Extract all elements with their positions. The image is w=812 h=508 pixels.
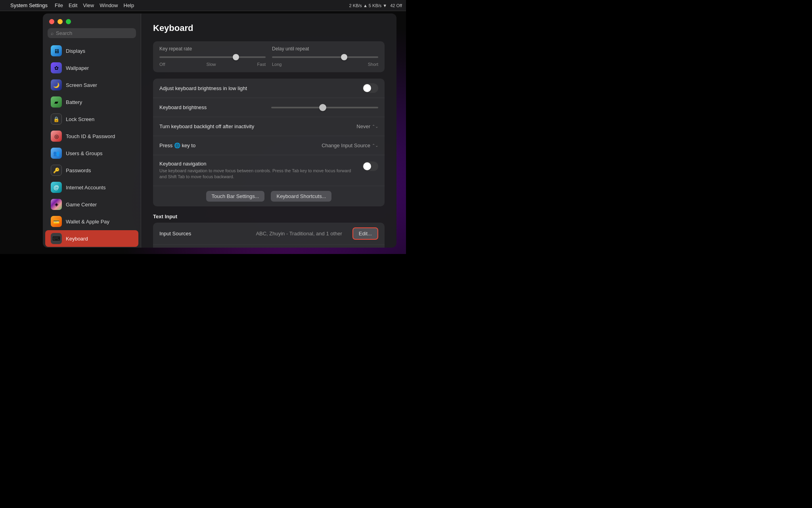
titlebar: System Settings File Edit View Window He… bbox=[0, 0, 406, 11]
key-repeat-slider-wrapper[interactable] bbox=[159, 53, 266, 61]
sidebar-item-touchid[interactable]: ◎ Touch ID & Password bbox=[45, 128, 138, 144]
input-sources-row: Input Sources ABC, Zhuyin - Traditional,… bbox=[153, 223, 385, 245]
touch-bar-settings-button[interactable]: Touch Bar Settings... bbox=[206, 191, 265, 202]
minimize-button[interactable] bbox=[57, 19, 63, 24]
keyboard-nav-description: Use keyboard navigation to move focus be… bbox=[159, 168, 356, 180]
sidebar-item-wallet[interactable]: 💳 Wallet & Apple Pay bbox=[45, 213, 138, 230]
delay-repeat-group: Delay until repeat Long Short bbox=[272, 46, 378, 67]
menu-window[interactable]: Window bbox=[100, 2, 118, 8]
sidebar-item-gamecenter[interactable]: ◈ Game Center bbox=[45, 196, 138, 213]
delay-thumb[interactable] bbox=[341, 54, 347, 60]
press-key-dropdown[interactable]: Change Input Source ⌃⌄ bbox=[322, 142, 378, 148]
sidebar-item-label: Wallpaper bbox=[66, 65, 89, 71]
delay-repeat-label: Delay until repeat bbox=[272, 46, 378, 52]
input-sources-value: ABC, Zhuyin - Traditional, and 1 other bbox=[256, 231, 352, 237]
users-icon: 👥 bbox=[51, 148, 62, 159]
wallpaper-icon: ✿ bbox=[51, 62, 62, 73]
menu-file[interactable]: File bbox=[55, 2, 63, 8]
displays-icon: 🖥 bbox=[51, 45, 62, 56]
sidebar-item-trackpad[interactable]: ▭ Trackpad bbox=[45, 247, 138, 248]
menu-bar: File Edit View Window Help bbox=[55, 2, 134, 8]
gamecenter-icon: ◈ bbox=[51, 199, 62, 210]
sidebar-item-users[interactable]: 👥 Users & Groups bbox=[45, 145, 138, 162]
key-repeat-thumb[interactable] bbox=[233, 54, 239, 60]
sidebar-item-internet[interactable]: @ Internet Accounts bbox=[45, 179, 138, 196]
app-title: System Settings bbox=[10, 2, 48, 8]
search-input[interactable] bbox=[56, 30, 133, 36]
delay-slider-wrapper[interactable] bbox=[272, 53, 378, 61]
delay-right-label: Short bbox=[368, 62, 378, 67]
sidebar-item-label: Wallet & Apple Pay bbox=[66, 219, 109, 225]
keyboard-brightness-label: Keyboard brightness bbox=[159, 104, 266, 110]
adj-brightness-row: Adjust keyboard brightness in low light bbox=[153, 79, 385, 98]
keyboard-shortcuts-button[interactable]: Keyboard Shortcuts... bbox=[271, 191, 331, 202]
keyboard-icon: ⌨ bbox=[51, 233, 62, 244]
menu-help[interactable]: Help bbox=[124, 2, 134, 8]
sidebar-item-label: Screen Saver bbox=[66, 82, 97, 88]
press-key-label: Press 🌐 key to bbox=[159, 142, 322, 148]
passwords-icon: 🔑 bbox=[51, 165, 62, 176]
menu-view[interactable]: View bbox=[83, 2, 94, 8]
keyboard-nav-label: Keyboard navigation bbox=[159, 161, 356, 167]
key-repeat-mid-label: Slow bbox=[207, 62, 216, 67]
close-button[interactable] bbox=[49, 19, 54, 24]
wallet-icon: 💳 bbox=[51, 216, 62, 227]
internet-icon: @ bbox=[51, 182, 62, 193]
adj-brightness-label: Adjust keyboard brightness in low light bbox=[159, 85, 362, 91]
sidebar-item-label: Displays bbox=[66, 48, 85, 54]
sidebar-item-label: Game Center bbox=[66, 202, 97, 208]
key-repeat-left-label: Off bbox=[159, 62, 165, 67]
search-icon: ⌕ bbox=[51, 31, 54, 36]
brightness-thumb[interactable] bbox=[319, 104, 326, 111]
sidebar-item-label: Users & Groups bbox=[66, 150, 102, 156]
touchid-icon: ◎ bbox=[51, 131, 62, 142]
sidebar-items-list: 🖥 Displays ✿ Wallpaper 🌙 Screen Saver ▰ … bbox=[43, 42, 141, 248]
sidebar-item-lockscreen[interactable]: 🔒 Lock Screen bbox=[45, 111, 138, 127]
system-settings-window: ⌕ 🖥 Displays ✿ Wallpaper 🌙 Screen Saver … bbox=[43, 13, 396, 248]
sidebar-item-passwords[interactable]: 🔑 Passwords bbox=[45, 162, 138, 179]
sidebar: ⌕ 🖥 Displays ✿ Wallpaper 🌙 Screen Saver … bbox=[43, 13, 141, 248]
key-repeat-rate-label: Key repeat rate bbox=[159, 46, 266, 52]
zoom-button[interactable] bbox=[66, 19, 71, 24]
delay-end-labels: Long Short bbox=[272, 62, 378, 67]
sidebar-item-screensaver[interactable]: 🌙 Screen Saver bbox=[45, 77, 138, 93]
delay-track bbox=[272, 56, 378, 58]
sidebar-item-displays[interactable]: 🖥 Displays bbox=[45, 42, 138, 59]
key-repeat-rate-group: Key repeat rate Off Slow Fast bbox=[159, 46, 266, 67]
key-repeat-track bbox=[159, 56, 266, 58]
key-repeat-end-labels: Off Slow Fast bbox=[159, 62, 266, 67]
text-replacements-row: Text Replacements... bbox=[153, 245, 385, 248]
press-key-chevron-icon: ⌃⌄ bbox=[372, 143, 378, 148]
search-box[interactable]: ⌕ bbox=[48, 28, 136, 38]
battery-status: 42 Off bbox=[390, 3, 402, 8]
brightness-slider[interactable] bbox=[271, 107, 378, 108]
backlight-off-dropdown[interactable]: Never ⌃⌄ bbox=[356, 123, 378, 129]
sidebar-item-keyboard[interactable]: ⌨ Keyboard bbox=[45, 230, 138, 247]
sidebar-item-wallpaper[interactable]: ✿ Wallpaper bbox=[45, 60, 138, 76]
page-title: Keyboard bbox=[153, 23, 385, 33]
battery-icon: ▰ bbox=[51, 96, 62, 108]
sidebar-item-battery[interactable]: ▰ Battery bbox=[45, 94, 138, 110]
keyboard-nav-toggle[interactable] bbox=[362, 162, 378, 171]
backlight-off-label: Turn keyboard backlight off after inacti… bbox=[159, 123, 356, 129]
adj-brightness-toggle[interactable] bbox=[362, 83, 378, 93]
window-controls bbox=[43, 13, 141, 28]
sidebar-item-label: Passwords bbox=[66, 167, 91, 173]
sidebar-item-label: Battery bbox=[66, 99, 82, 105]
backlight-off-row: Turn keyboard backlight off after inacti… bbox=[153, 117, 385, 136]
key-repeat-right-label: Fast bbox=[257, 62, 266, 67]
edit-button[interactable]: Edit... bbox=[352, 227, 378, 240]
sidebar-item-label: Internet Accounts bbox=[66, 185, 105, 190]
menu-edit[interactable]: Edit bbox=[69, 2, 77, 8]
brightness-card: Adjust keyboard brightness in low light … bbox=[153, 79, 385, 206]
titlebar-status-area: 2 KB/s ▲ 5 KB/s ▼ 42 Off bbox=[349, 3, 402, 8]
press-key-value: Change Input Source bbox=[322, 142, 370, 148]
text-input-section-title: Text Input bbox=[153, 214, 385, 219]
input-sources-label: Input Sources bbox=[159, 231, 256, 237]
network-speed: 2 KB/s ▲ 5 KB/s ▼ bbox=[349, 3, 387, 8]
sidebar-item-label: Lock Screen bbox=[66, 116, 94, 122]
sidebar-item-label: Touch ID & Password bbox=[66, 133, 115, 139]
key-repeat-card: Key repeat rate Off Slow Fast bbox=[153, 41, 385, 72]
press-key-row: Press 🌐 key to Change Input Source ⌃⌄ bbox=[153, 136, 385, 155]
key-repeat-section: Key repeat rate Off Slow Fast bbox=[153, 41, 385, 72]
